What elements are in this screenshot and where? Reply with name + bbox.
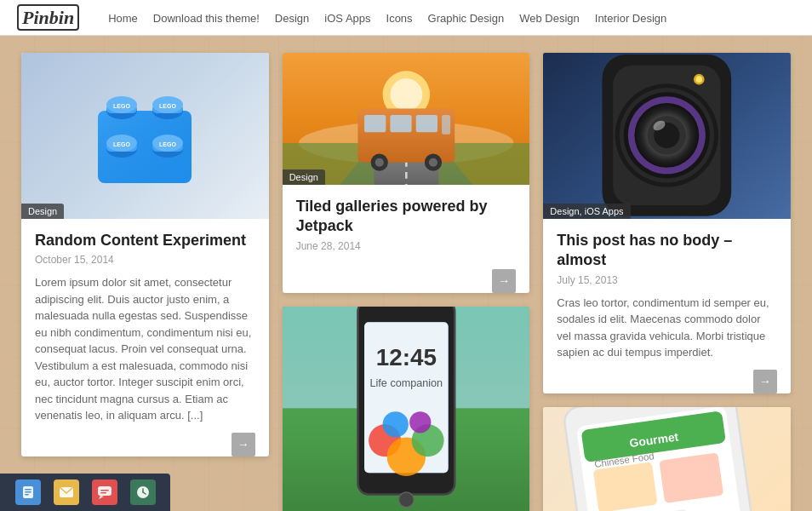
card-random-content: LEGO LEGO LEGO LEGO Design Random Conten… (21, 53, 269, 456)
card-body-2: Tiled galleries powered by Jetpack June … (283, 185, 530, 273)
svg-rect-77 (25, 489, 31, 491)
card-image-wrap-1: LEGO LEGO LEGO LEGO Design (21, 53, 269, 219)
svg-point-48 (398, 492, 414, 508)
email-toolbar-icon[interactable] (54, 479, 79, 505)
site-logo[interactable]: Pinbin (17, 7, 79, 29)
phone-image: 12:45 Life companion (283, 307, 530, 511)
nav-home[interactable]: Home (108, 12, 138, 25)
camera-svg (543, 53, 791, 219)
card-gourmet: Gourmet 24 Chinese Food (543, 407, 791, 511)
nav-web-design[interactable]: Web Design (519, 12, 580, 25)
nav-icons[interactable]: Icons (386, 12, 413, 25)
svg-text:LEGO: LEGO (159, 141, 176, 147)
svg-point-35 (429, 158, 437, 167)
clock-toolbar-icon[interactable] (130, 479, 156, 505)
svg-point-33 (375, 158, 383, 167)
svg-text:LEGO: LEGO (113, 103, 130, 109)
lego-svg: LEGO LEGO LEGO LEGO (89, 81, 200, 192)
bus-svg (283, 53, 530, 185)
nav-design[interactable]: Design (275, 12, 309, 25)
card-title-2: Tiled galleries powered by Jetpack (296, 197, 517, 237)
card-excerpt-4: Cras leo tortor, condimentum id semper e… (557, 295, 777, 361)
card-tiled-galleries: Design Tiled galleries powered by Jetpac… (283, 53, 530, 293)
card-date-4: July 15, 2013 (557, 274, 777, 286)
phone-svg: 12:45 Life companion (283, 307, 530, 511)
svg-rect-83 (100, 490, 109, 491)
svg-text:Life companion: Life companion (369, 377, 443, 389)
svg-text:LEGO: LEGO (113, 141, 130, 147)
main-content: LEGO LEGO LEGO LEGO Design Random Conten… (0, 36, 812, 511)
svg-point-46 (382, 411, 408, 437)
camera-image (543, 53, 791, 219)
svg-rect-68 (593, 462, 658, 511)
card-arrow-1[interactable]: → (232, 433, 255, 456)
card-title-4: This post has no body – almost (557, 231, 777, 271)
food-image: Gourmet 24 Chinese Food (543, 407, 791, 511)
card-date-1: October 15, 2014 (35, 254, 255, 266)
svg-text:LEGO: LEGO (159, 103, 176, 109)
document-toolbar-icon[interactable] (15, 479, 41, 505)
svg-rect-84 (100, 492, 106, 494)
svg-rect-29 (390, 115, 411, 132)
nav-interior-design[interactable]: Interior Design (595, 12, 667, 25)
bottom-toolbar (0, 474, 170, 511)
card-body-1: Random Content Experiment October 15, 20… (21, 219, 269, 436)
card-date-2: June 28, 2014 (296, 240, 517, 252)
card-image-wrap-4: Design, iOS Apps (543, 53, 791, 219)
col-right: Design, iOS Apps This post has no body –… (543, 53, 791, 511)
food-svg: Gourmet 24 Chinese Food (543, 407, 791, 511)
svg-marker-82 (99, 496, 104, 499)
svg-rect-78 (25, 491, 31, 493)
svg-rect-28 (364, 115, 386, 132)
card-arrow-4[interactable]: → (753, 370, 777, 393)
card-no-body: Design, iOS Apps This post has no body –… (543, 53, 791, 393)
card-body-4: This post has no body – almost July 15, … (543, 219, 791, 373)
nav-graphic-design[interactable]: Graphic Design (428, 12, 505, 25)
svg-rect-31 (442, 115, 450, 135)
site-header: Pinbin Home Download this theme! Design … (0, 0, 812, 36)
svg-point-47 (409, 411, 431, 433)
main-nav: Home Download this theme! Design iOS App… (108, 10, 666, 26)
card-phone: 12:45 Life companion (283, 307, 530, 511)
bus-image (283, 53, 530, 185)
lego-image: LEGO LEGO LEGO LEGO (21, 53, 269, 219)
category-badge-4: Design, iOS Apps (543, 204, 630, 219)
svg-point-20 (390, 78, 422, 111)
svg-rect-30 (415, 115, 437, 132)
nav-download[interactable]: Download this theme! (153, 12, 260, 25)
card-arrow-2[interactable]: → (492, 269, 516, 293)
card-excerpt-1: Lorem ipsum dolor sit amet, consectetur … (35, 274, 255, 424)
category-badge-1: Design (21, 204, 64, 219)
col-middle: Design Tiled galleries powered by Jetpac… (283, 53, 530, 511)
category-badge-2: Design (283, 169, 325, 185)
svg-text:12:45: 12:45 (375, 344, 436, 370)
svg-point-61 (696, 76, 703, 83)
card-title-1: Random Content Experiment (35, 231, 255, 250)
nav-ios-apps[interactable]: iOS Apps (324, 12, 370, 25)
svg-rect-69 (660, 452, 724, 503)
svg-rect-79 (25, 494, 29, 496)
card-image-wrap-2: Design (283, 53, 530, 185)
message-toolbar-icon[interactable] (92, 479, 117, 505)
